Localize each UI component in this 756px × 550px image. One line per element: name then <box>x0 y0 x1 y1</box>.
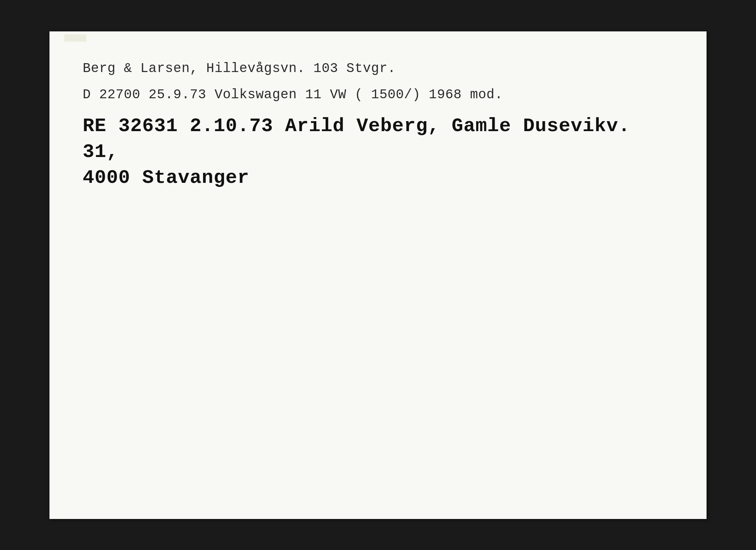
document-card: Berg & Larsen, Hillevågsvn. 103 Stvgr. D… <box>49 31 707 519</box>
line-2-text: D 22700 25.9.73 Volkswagen 11 VW ( 1500/… <box>83 87 673 102</box>
corner-artifact <box>64 34 86 42</box>
line-1-text: Berg & Larsen, Hillevågsvn. 103 Stvgr. <box>83 61 673 76</box>
line-3-part2: 4000 Stavanger <box>83 165 673 191</box>
line-3-part1: RE 32631 2.10.73 Arild Veberg, Gamle Dus… <box>83 113 673 165</box>
card-content: Berg & Larsen, Hillevågsvn. 103 Stvgr. D… <box>49 31 707 221</box>
line-3-text: RE 32631 2.10.73 Arild Veberg, Gamle Dus… <box>83 113 673 191</box>
